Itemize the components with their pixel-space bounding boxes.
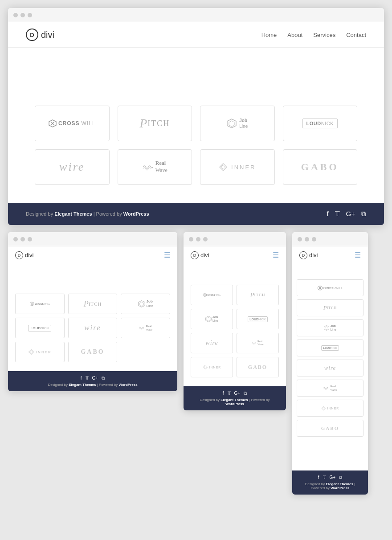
- main-nav: D divi Home About Services Contact: [8, 22, 384, 48]
- logo-card-itch[interactable]: PITCH: [118, 106, 192, 141]
- hero-area: [8, 48, 384, 101]
- narrow-logo-loudnick[interactable]: LOUDNICK: [297, 340, 363, 356]
- mobile-logo-inner[interactable]: INNER: [191, 357, 233, 377]
- footer-social: f 𝕋 G+ ⧉: [327, 210, 366, 218]
- tablet-chrome: [8, 232, 177, 246]
- svg-marker-9: [139, 302, 143, 306]
- mobile-social-f[interactable]: f: [223, 391, 224, 396]
- mobile-nav: D divi ☰: [184, 246, 286, 264]
- social-googleplus[interactable]: G+: [346, 210, 355, 218]
- nav-contact[interactable]: Contact: [346, 32, 366, 38]
- footer-text: Designed by Elegant Themes | Powered by …: [26, 211, 149, 217]
- logo-card-inner[interactable]: INNER: [200, 149, 275, 185]
- browser-dot-red: [13, 13, 18, 17]
- narrow-logo-wire[interactable]: wire: [297, 360, 363, 376]
- mobile-logo-itch[interactable]: PITCH: [237, 285, 279, 305]
- tablet-social-g[interactable]: G+: [92, 376, 98, 381]
- inner-icon: [219, 163, 228, 172]
- tablet-preview: D divi ☰ CROSSWILL PITCH: [8, 232, 177, 391]
- logos-grid: CROSSWILL PITCH Job Line: [35, 106, 357, 185]
- logo-card-crosswill[interactable]: CROSSWILL: [35, 106, 110, 141]
- mobile-preview: D divi ☰ CROSSWILL PITCH: [184, 232, 286, 410]
- narrow-preview: D divi ☰ CROSSWILL PITCH: [292, 232, 368, 495]
- logo-text: divi: [41, 30, 54, 40]
- logo-circle: D: [26, 29, 38, 41]
- narrow-logo-inner[interactable]: INNER: [297, 400, 363, 417]
- svg-marker-14: [207, 317, 210, 321]
- tablet-logo-wire[interactable]: wire: [68, 318, 118, 338]
- nav-links: Home About Services Contact: [261, 32, 366, 38]
- tablet-footer: f 𝕋 G+ ⧉ Designed by Elegant Themes | Po…: [8, 371, 177, 391]
- social-facebook[interactable]: f: [327, 210, 328, 218]
- narrow-hero: [292, 264, 368, 278]
- narrow-social-f[interactable]: f: [318, 475, 319, 480]
- narrow-social-g[interactable]: G+: [330, 475, 336, 480]
- mobile-hamburger[interactable]: ☰: [273, 251, 279, 259]
- mobile-logo-gabo[interactable]: GABO: [237, 357, 279, 377]
- nav-about[interactable]: About: [287, 32, 302, 38]
- logos-section: CROSSWILL PITCH Job Line: [8, 101, 384, 203]
- logo-card-realwave[interactable]: Real Wave: [118, 149, 192, 185]
- narrow-logo-jobline[interactable]: JobLine: [297, 319, 363, 336]
- logo-card-wire[interactable]: wire: [35, 149, 110, 185]
- mobile-logo-wire[interactable]: wire: [191, 333, 233, 353]
- narrow-hamburger[interactable]: ☰: [355, 251, 361, 259]
- narrow-footer: f 𝕋 G+ ⧉ Designed by Elegant Themes | Po…: [292, 470, 368, 495]
- narrow-social-t[interactable]: 𝕋: [323, 475, 326, 480]
- mobile-logo-loudnick[interactable]: LOUDNICK: [237, 309, 279, 329]
- svg-marker-19: [325, 327, 328, 330]
- narrow-logo-realwave[interactable]: RealWave: [297, 380, 363, 397]
- jobline-icon: [227, 119, 237, 128]
- nav-logo[interactable]: D divi: [26, 29, 54, 41]
- social-rss[interactable]: ⧉: [361, 210, 366, 218]
- tablet-logos: CROSSWILL PITCH JobLine: [8, 291, 177, 371]
- browser-dot-green: [28, 13, 32, 17]
- tablet-social-f[interactable]: f: [81, 376, 82, 381]
- social-twitter[interactable]: 𝕋: [335, 210, 340, 218]
- tablet-logo-crosswill[interactable]: CROSSWILL: [15, 294, 65, 314]
- narrow-logo-gabo[interactable]: GABO: [297, 420, 363, 437]
- tablet-nav: D divi ☰: [8, 246, 177, 264]
- tablet-social-r[interactable]: ⧉: [102, 376, 105, 381]
- tablet-hero: [8, 264, 177, 291]
- tablet-logo-inner[interactable]: INNER: [15, 342, 65, 362]
- nav-services[interactable]: Services: [313, 32, 335, 38]
- hamburger-menu[interactable]: ☰: [164, 251, 170, 259]
- tablet-logo-realwave[interactable]: RealWave: [121, 318, 170, 338]
- browser-dot-yellow: [20, 13, 25, 17]
- tablet-logo-loudnick[interactable]: LOUDNICK: [15, 318, 65, 338]
- mobile-logos: CROSSWILL PITCH JobLine LOUDNIC: [184, 282, 286, 386]
- tablet-social-t[interactable]: 𝕋: [86, 376, 89, 381]
- mobile-hero: [184, 264, 286, 282]
- mobile-logo-realwave[interactable]: RealWave: [237, 333, 279, 353]
- crosswill-icon: [49, 119, 57, 127]
- logo-card-jobline[interactable]: Job Line: [200, 106, 275, 141]
- mobile-social-t[interactable]: 𝕋: [228, 391, 231, 396]
- narrow-logo-crosswill[interactable]: CROSSWILL: [297, 279, 363, 296]
- tablet-logo-jobline[interactable]: JobLine: [121, 294, 170, 314]
- main-footer: Designed by Elegant Themes | Powered by …: [8, 203, 384, 225]
- mobile-footer: f 𝕋 G+ ⧉ Designed by Elegant Themes | Po…: [184, 386, 286, 410]
- logo-card-loudnick[interactable]: LOUDNICK: [283, 106, 358, 141]
- realwave-icon: [142, 162, 153, 172]
- narrow-spacer: [292, 444, 368, 470]
- logo-card-gabo[interactable]: GABO: [283, 149, 358, 185]
- mobile-logo-crosswill[interactable]: CROSSWILL: [191, 285, 233, 305]
- narrow-logos: CROSSWILL PITCH JobLine LOUDNIC: [292, 278, 368, 444]
- svg-marker-4: [229, 121, 234, 127]
- narrow-nav: D divi ☰: [292, 246, 368, 264]
- narrow-social-r[interactable]: ⧉: [339, 475, 342, 480]
- mobile-logo-jobline[interactable]: JobLine: [191, 309, 233, 329]
- nav-home[interactable]: Home: [261, 32, 277, 38]
- mobile-social-g[interactable]: G+: [234, 391, 241, 396]
- narrow-logo-itch[interactable]: PITCH: [297, 299, 363, 316]
- mobile-social-r[interactable]: ⧉: [244, 391, 247, 396]
- desktop-browser: D divi Home About Services Contact CRO: [8, 8, 384, 225]
- tablet-logo-gabo[interactable]: GABO: [68, 342, 118, 362]
- mobile-chrome: [184, 232, 286, 246]
- browser-chrome: [8, 8, 384, 22]
- tablet-logo-itch[interactable]: PITCH: [68, 294, 118, 314]
- previews-row: D divi ☰ CROSSWILL PITCH: [0, 232, 392, 503]
- narrow-chrome: [292, 232, 368, 246]
